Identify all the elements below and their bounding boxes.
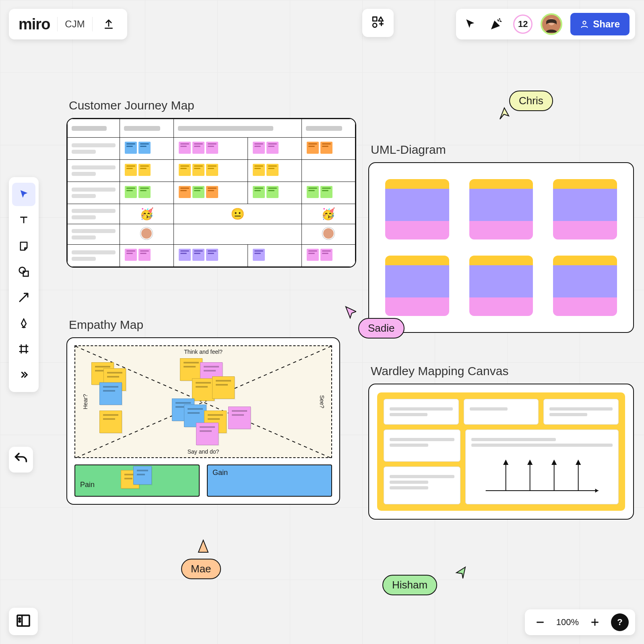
pain-box[interactable]: Pain [74,464,200,497]
cursor-chip-sadie: Sadie [358,318,405,339]
gain-box[interactable]: Gain [207,464,332,497]
more-tools[interactable] [12,363,35,386]
help-button[interactable]: ? [611,613,629,631]
upload-icon[interactable] [100,15,118,33]
empathy-map-frame[interactable]: Empathy Map Think and feel? Say and do? … [66,318,340,505]
emoji-party: 🥳 [321,208,335,220]
cursor-chip-hisham: Hisham [382,575,437,595]
svg-marker-14 [528,460,532,464]
ward-title: Wardley Mapping Canvas [371,364,634,378]
svg-rect-0 [373,17,377,21]
collaborator-count-badge[interactable]: 12 [513,14,533,34]
emoji-neutral: 😐 [231,208,245,220]
svg-point-5 [19,267,25,273]
share-button[interactable]: Share [570,13,630,35]
confetti-icon[interactable] [487,15,505,33]
zoom-out-button[interactable] [531,613,549,631]
empathy-label-hear: Hear? [82,394,89,409]
uml-class-card[interactable] [469,179,533,239]
svg-point-22 [19,621,20,622]
emoji-party: 🥳 [140,208,154,220]
divider [92,17,93,31]
uml-title: UML-Diagram [371,143,634,157]
board-header: miro CJM [9,9,127,39]
current-user-avatar[interactable] [541,13,562,35]
pen-tool[interactable] [12,312,35,335]
cursor-hisham-icon [455,566,467,579]
share-label: Share [593,19,620,30]
cursor-chip-chris: Chris [509,91,553,111]
wardley-canvas-frame[interactable]: Wardley Mapping Canvas [368,364,634,520]
svg-point-1 [373,23,377,27]
collab-bar: 12 Share [456,9,635,39]
shape-tool[interactable] [12,260,35,283]
zoom-in-button[interactable] [586,613,604,631]
svg-marker-12 [504,460,508,464]
emp-title: Empathy Map [69,318,340,332]
uml-class-card[interactable] [385,179,449,239]
add-shape-button[interactable] [362,9,394,37]
cursor-mae-icon [197,539,209,555]
uml-class-card[interactable] [469,256,533,316]
svg-marker-18 [576,460,580,464]
gain-label: Gain [213,469,228,477]
svg-point-4 [583,21,586,24]
zoom-value[interactable]: 100% [556,617,579,627]
divider [57,17,58,31]
empathy-label-see: See? [319,395,326,409]
text-tool[interactable] [12,208,35,232]
persona-avatar [322,227,334,239]
frame-tool[interactable] [12,337,35,361]
empathy-label-say: Say and do? [188,448,219,455]
svg-marker-10 [595,489,598,493]
uml-class-card[interactable] [385,256,449,316]
tool-toolbar [9,177,39,392]
minimap-toggle[interactable] [9,608,38,635]
uml-class-card[interactable] [553,179,617,239]
cursor-chris-icon [498,107,510,121]
empathy-diagram[interactable]: Think and feel? Say and do? Hear? See? [74,345,332,458]
sticky-note-tool[interactable] [12,234,35,258]
undo-button[interactable] [9,447,33,473]
wardley-grid[interactable] [377,392,625,511]
arrow-tool[interactable] [12,286,35,309]
customer-journey-map-frame[interactable]: Customer Journey Map [66,99,356,268]
persona-avatar [140,227,153,239]
uml-class-card[interactable] [553,256,617,316]
cjm-title: Customer Journey Map [69,99,356,112]
uml-diagram-frame[interactable]: UML-Diagram [368,143,634,333]
empathy-label-think: Think and feel? [184,349,223,355]
svg-marker-16 [552,460,556,464]
zoom-controls: 100% ? [525,609,635,635]
pain-label: Pain [80,481,95,489]
cjm-table[interactable]: 🥳 😐 🥳 [67,119,355,267]
cursor-sadie-icon [344,306,356,320]
board-name[interactable]: CJM [65,19,85,30]
select-tool[interactable] [12,183,35,206]
miro-logo[interactable]: miro [19,16,50,33]
cursor-select-icon[interactable] [462,15,479,33]
cursor-chip-mae: Mae [181,559,221,579]
svg-point-21 [19,618,20,619]
